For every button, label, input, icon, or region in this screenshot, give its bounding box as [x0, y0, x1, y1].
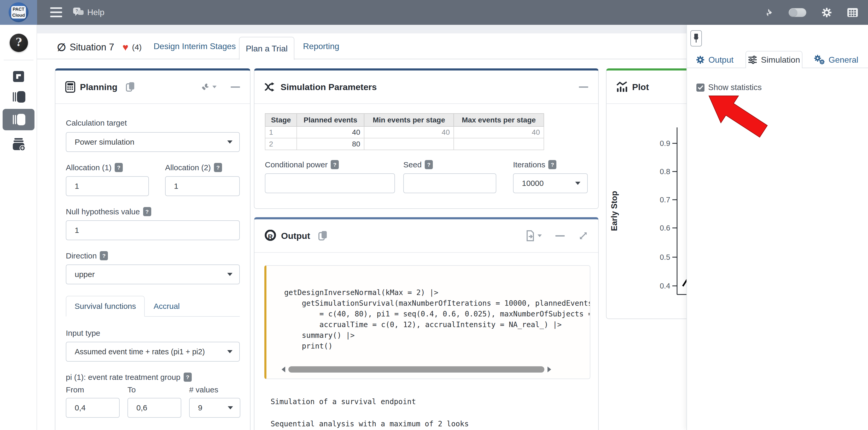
- apps-grid-icon[interactable]: [847, 7, 858, 18]
- svg-text:R: R: [268, 233, 273, 241]
- conditional-power-help-icon[interactable]: ?: [331, 160, 339, 169]
- shuffle-icon: [265, 82, 276, 92]
- wrench-caret-icon: [212, 86, 217, 88]
- dark-mode-toggle[interactable]: [788, 8, 806, 17]
- sidebar-item-panel-layout[interactable]: [0, 89, 37, 105]
- panel-layout-active-icon: [12, 114, 25, 125]
- y-tick-label: 0.9: [660, 139, 670, 147]
- copy-icon[interactable]: [126, 82, 135, 92]
- scrollbar-thumb[interactable]: [288, 366, 545, 372]
- output-collapse-icon[interactable]: [555, 235, 565, 236]
- direction-label: Direction ?: [66, 251, 240, 260]
- main-content-card: ∅ Situation 7 ♥ (4) Design Interim Stage…: [37, 33, 686, 430]
- table-row: 1 40 40 40: [265, 126, 544, 138]
- seed-input[interactable]: [403, 173, 496, 193]
- conditional-power-input[interactable]: [265, 173, 395, 193]
- show-statistics-checkbox[interactable]: Show statistics: [696, 83, 762, 92]
- right-tab-output[interactable]: Output: [696, 52, 734, 68]
- events-table: Stage Planned events Min events per stag…: [265, 113, 544, 150]
- pin-button[interactable]: [690, 30, 702, 46]
- null-hypothesis-help-icon[interactable]: ?: [143, 207, 151, 216]
- iterations-select[interactable]: 10000: [513, 173, 588, 193]
- help-button[interactable]: ? Help: [73, 6, 104, 18]
- table-cell[interactable]: 40: [364, 126, 454, 138]
- pi1-num-values-select[interactable]: 9: [189, 398, 240, 418]
- simulation-parameters-title: Simulation Parameters: [281, 82, 377, 92]
- sliders-icon: [748, 55, 757, 64]
- code-line: summary() |>: [284, 330, 590, 341]
- checkbox-checked-icon[interactable]: [696, 84, 705, 92]
- col-header-planned: Planned events: [297, 113, 364, 126]
- sidebar-divider: [4, 60, 33, 60]
- heart-icon[interactable]: ♥: [123, 42, 128, 53]
- allocation2-input[interactable]: 1: [165, 176, 240, 196]
- calculator-icon: [65, 81, 75, 93]
- allocation1-help-icon[interactable]: ?: [115, 163, 123, 172]
- simulation-parameters-panel: Simulation Parameters Stage Planned even…: [254, 68, 599, 209]
- sidebar-item-add-situation[interactable]: [0, 137, 37, 152]
- right-tab-general[interactable]: General: [814, 52, 858, 68]
- user-avatar[interactable]: ?: [10, 34, 28, 52]
- stack-add-icon: [12, 138, 25, 151]
- table-cell[interactable]: [364, 138, 454, 150]
- settings-gear-icon[interactable]: [822, 7, 832, 18]
- code-line: getDesignInverseNormal(kMax = 2) |>: [284, 287, 590, 298]
- input-type-select[interactable]: Assumed event time + rates (pi1 + pi2): [66, 342, 240, 362]
- r-code-block[interactable]: getDesignInverseNormal(kMax = 2) |> getS…: [265, 265, 590, 379]
- table-cell[interactable]: 40: [454, 126, 544, 138]
- fullscreen-icon[interactable]: [763, 7, 773, 18]
- wrench-icon[interactable]: [201, 82, 217, 91]
- to-label: To: [127, 385, 181, 394]
- red-annotation-arrow-icon: [706, 93, 772, 141]
- r-logo-icon: R: [265, 230, 276, 242]
- col-header-min: Min events per stage: [364, 113, 454, 126]
- favorites-count: (4): [132, 43, 142, 52]
- export-icon[interactable]: [526, 230, 542, 241]
- gears-icon: [814, 55, 825, 65]
- subtab-accrual[interactable]: Accrual: [154, 296, 180, 317]
- iterations-help-icon[interactable]: ?: [548, 160, 556, 169]
- copy-output-icon[interactable]: [318, 231, 328, 241]
- scroll-right-icon[interactable]: [548, 367, 551, 372]
- output-title: Output: [281, 231, 310, 241]
- y-tick-label: 0.7: [660, 196, 670, 204]
- sidebar-item-board[interactable]: [0, 69, 37, 84]
- planning-panel: Planning Calculation target: [55, 68, 250, 430]
- null-hypothesis-label: Null hypothesis value ?: [66, 207, 240, 216]
- col-header-stage: Stage: [265, 113, 297, 126]
- direction-select[interactable]: upper: [66, 264, 240, 284]
- seed-help-icon[interactable]: ?: [425, 160, 433, 169]
- tab-plan-a-trial[interactable]: Plan a Trial: [239, 37, 294, 60]
- chart-icon: [616, 81, 627, 92]
- pi1-help-icon[interactable]: ?: [184, 372, 192, 382]
- sidebar-item-active-view[interactable]: [3, 109, 34, 130]
- scroll-left-icon[interactable]: [282, 367, 285, 372]
- pi1-from-input[interactable]: 0,4: [66, 398, 120, 418]
- null-set-icon: ∅: [57, 41, 66, 53]
- allocation1-input[interactable]: 1: [66, 176, 149, 196]
- null-hypothesis-input[interactable]: 1: [66, 220, 240, 240]
- table-cell[interactable]: 80: [297, 138, 364, 150]
- left-sidebar: ?: [0, 25, 37, 430]
- tab-reporting[interactable]: Reporting: [303, 33, 339, 59]
- hamburger-menu-icon[interactable]: [50, 7, 62, 18]
- right-tab-simulation[interactable]: Simulation: [745, 51, 802, 68]
- settings-overlay-panel: Output Simulation: [686, 25, 868, 430]
- simparams-collapse-icon[interactable]: [579, 87, 588, 88]
- logo-text-line2: Cloud: [11, 12, 26, 19]
- tab-design-interim-stages[interactable]: Design Interim Stages: [154, 33, 236, 59]
- table-cell[interactable]: 40: [297, 126, 364, 138]
- plot-title: Plot: [632, 82, 649, 92]
- expand-diagonal-icon[interactable]: [578, 231, 588, 241]
- direction-help-icon[interactable]: ?: [100, 251, 108, 260]
- planning-collapse-icon[interactable]: [231, 87, 240, 88]
- code-line: = c(40, 80), pi1 = seq(0.4, 0.6, 0.025),…: [284, 308, 590, 319]
- pi1-to-input[interactable]: 0,6: [127, 398, 181, 418]
- horizontal-scrollbar[interactable]: [282, 366, 579, 373]
- subtab-survival-functions[interactable]: Survival functions: [66, 296, 145, 317]
- app-logo-block[interactable]: PACT Cloud: [0, 0, 37, 25]
- allocation2-help-icon[interactable]: ?: [214, 163, 222, 172]
- calculation-target-select[interactable]: Power simulation: [66, 132, 240, 152]
- table-cell[interactable]: [454, 138, 544, 150]
- conditional-power-label: Conditional power ?: [265, 160, 403, 169]
